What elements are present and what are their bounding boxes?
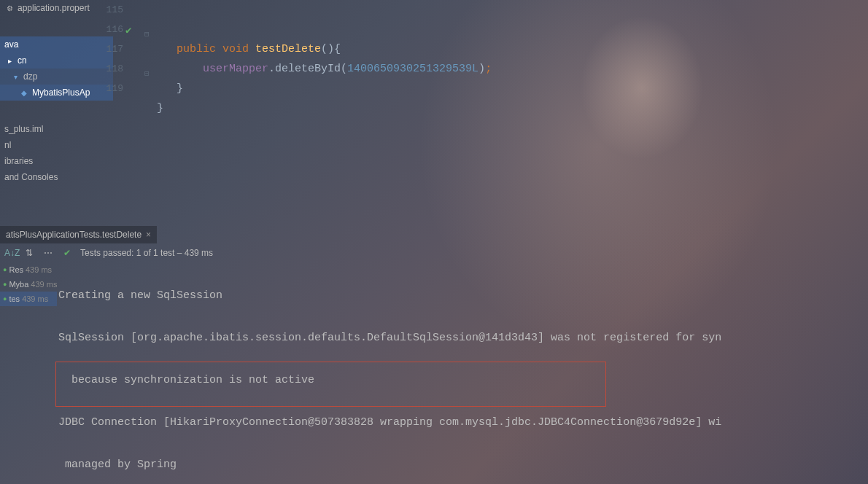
sidebar-item-label: ibraries	[4, 156, 33, 166]
keyword: public	[177, 43, 216, 55]
method-name: testDelete	[255, 43, 321, 55]
test-label: Res	[9, 265, 23, 274]
number-literal: 1400650930251329539L	[347, 63, 478, 75]
test-time: 439 ms	[31, 280, 57, 289]
test-tree: ● Res 439 ms ● Myba 439 ms ● tes 439 ms	[0, 262, 57, 306]
close-brace: }	[177, 82, 183, 95]
more-icon[interactable]: ⋯	[42, 248, 54, 258]
test-result-method[interactable]: ● tes 439 ms	[0, 292, 57, 306]
line-number: 118	[88, 59, 128, 79]
pass-icon: ●	[3, 266, 7, 273]
parentheses: (){	[321, 43, 341, 55]
console-line: because synchronization is not active	[58, 370, 868, 391]
check-icon: ✔	[61, 248, 73, 258]
code-editor[interactable]: @Test public void testDelete(){ userMapp…	[157, 0, 868, 138]
test-label: Myba	[9, 280, 28, 289]
sidebar-item-label: dzp	[23, 71, 37, 82]
console-output[interactable]: Creating a new SqlSession SqlSession [or…	[58, 264, 868, 484]
test-result-root[interactable]: ● Res 439 ms	[0, 262, 57, 277]
test-toolbar: A↓Z ⇅ ⋯ ✔ Tests passed: 1 of 1 test – 43…	[0, 243, 868, 262]
sort-az-icon[interactable]: A↓Z	[4, 248, 16, 258]
open-paren: (	[341, 63, 347, 75]
test-label: tes	[9, 294, 20, 303]
close-brace: }	[157, 102, 163, 114]
close-tab-icon[interactable]: ×	[146, 230, 151, 240]
test-result-class[interactable]: ● Myba 439 ms	[0, 277, 57, 292]
fold-marker-icon[interactable]: ⊟	[144, 25, 150, 44]
console-line: Creating a new SqlSession	[58, 285, 868, 306]
folder-open-icon: ▾	[10, 73, 20, 81]
sidebar-item-label: MybatisPlusAp	[32, 87, 90, 98]
gear-icon: ⚙	[4, 4, 15, 12]
sidebar-item-label: s_plus.iml	[4, 124, 43, 134]
console-line: SqlSession [org.apache.ibatis.session.de…	[58, 327, 868, 348]
sidebar-item-label: ava	[4, 39, 18, 50]
sidebar-item-label: cn	[18, 55, 27, 66]
class-icon: ◆	[19, 89, 29, 97]
line-number: 117	[88, 39, 128, 59]
close-paren: )	[478, 63, 485, 75]
semicolon: ;	[485, 63, 492, 75]
dot: .	[268, 63, 275, 75]
line-number: 116	[88, 20, 128, 39]
sidebar-item-label: and Consoles	[4, 172, 58, 182]
run-test-icon[interactable]: ✔	[125, 21, 131, 41]
test-status: Tests passed: 1 of 1 test – 439 ms	[80, 248, 213, 258]
method-call: deleteById	[275, 63, 341, 75]
run-tab[interactable]: atisPlusApplicationTests.testDelete	[6, 230, 142, 240]
test-time: 439 ms	[22, 294, 48, 303]
console-line: managed by Spring	[58, 454, 868, 475]
pass-icon: ●	[3, 295, 7, 302]
console-line: JDBC Connection [HikariProxyConnection@5…	[58, 412, 868, 433]
keyword-void: void	[222, 43, 249, 55]
field-ref: userMapper	[203, 63, 268, 75]
filter-icon[interactable]: ⇅	[23, 248, 35, 258]
test-time: 439 ms	[26, 265, 52, 274]
fold-end-icon[interactable]: ⊟	[144, 64, 150, 84]
run-tab-bar: atisPlusApplicationTests.testDelete ×	[0, 226, 157, 243]
pass-icon: ●	[3, 281, 7, 288]
sidebar-item-label: application.propert	[18, 3, 90, 13]
line-number: 119	[88, 79, 128, 98]
folder-icon: ▸	[4, 57, 15, 65]
editor-gutter: 115 116 117 118 119 ✔ ⊟ ⊟	[88, 0, 157, 219]
sidebar-item-label: nl	[4, 140, 11, 150]
line-number: 115	[88, 0, 128, 20]
